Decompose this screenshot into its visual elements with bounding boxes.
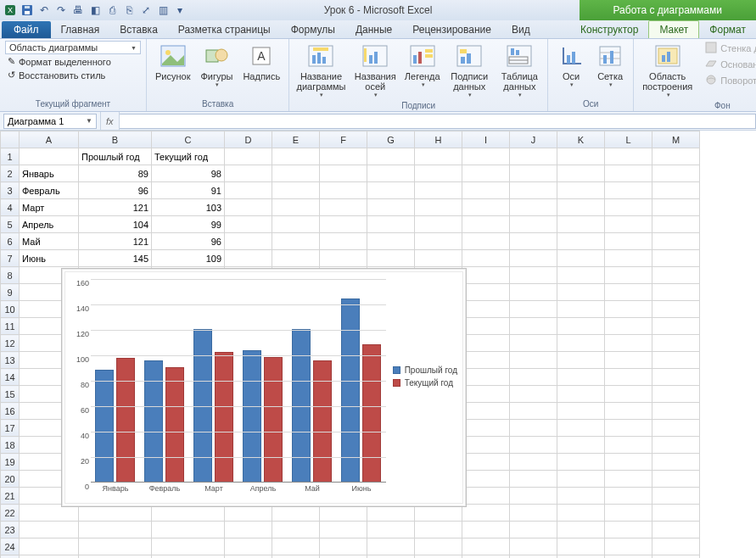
row-header[interactable]: 10 <box>1 301 20 318</box>
shapes-button[interactable]: Фигуры▾ <box>198 41 237 90</box>
cell[interactable] <box>462 165 510 182</box>
cell[interactable] <box>557 352 605 369</box>
cell[interactable] <box>225 182 272 199</box>
cell[interactable] <box>225 216 272 233</box>
cell[interactable] <box>652 267 700 284</box>
cell[interactable] <box>272 538 320 555</box>
cell[interactable]: 121 <box>79 233 152 250</box>
bar[interactable] <box>165 367 184 483</box>
cell[interactable] <box>462 318 510 335</box>
cell[interactable] <box>557 301 605 318</box>
cell[interactable] <box>272 165 320 182</box>
plot-area-button[interactable]: Область построения▾ <box>639 41 696 100</box>
cell[interactable] <box>510 250 557 267</box>
column-header[interactable]: L <box>605 131 652 148</box>
cell[interactable] <box>415 538 462 555</box>
cell[interactable] <box>510 318 557 335</box>
chart-title-button[interactable]: Название диаграммы▾ <box>294 41 347 100</box>
reset-style-button[interactable]: ↺ Восстановить стиль <box>5 69 141 81</box>
cell[interactable] <box>605 488 652 505</box>
cell[interactable] <box>320 538 367 555</box>
cell[interactable] <box>20 522 79 538</box>
cell[interactable] <box>510 505 557 522</box>
cell[interactable] <box>557 488 605 505</box>
cell[interactable] <box>652 352 700 369</box>
cell[interactable] <box>462 335 510 352</box>
cell[interactable] <box>225 148 272 165</box>
cell[interactable]: Апрель <box>20 216 79 233</box>
row-header[interactable]: 7 <box>1 250 20 267</box>
cell[interactable] <box>462 199 510 216</box>
gridlines-button[interactable]: Сетка▾ <box>592 41 628 90</box>
cell[interactable] <box>367 182 415 199</box>
cell[interactable] <box>605 199 652 216</box>
select-all-corner[interactable] <box>1 131 20 148</box>
cell[interactable] <box>557 522 605 538</box>
cell[interactable] <box>557 386 605 403</box>
cell[interactable] <box>510 335 557 352</box>
cell[interactable] <box>510 454 557 471</box>
cell[interactable] <box>415 216 462 233</box>
cell[interactable] <box>510 284 557 301</box>
cell[interactable] <box>557 148 605 165</box>
cell[interactable] <box>510 555 557 559</box>
cell[interactable] <box>462 522 510 538</box>
cell[interactable] <box>557 267 605 284</box>
cell[interactable] <box>557 420 605 437</box>
cell[interactable] <box>605 420 652 437</box>
row-header[interactable]: 16 <box>1 403 20 420</box>
cell[interactable] <box>20 555 79 559</box>
cell[interactable] <box>605 505 652 522</box>
tab-chart-format[interactable]: Формат <box>699 21 756 38</box>
dropdown-arrow-icon[interactable]: ▼ <box>86 117 92 125</box>
formula-input[interactable] <box>120 114 756 129</box>
row-header[interactable]: 2 <box>1 165 20 182</box>
row-header[interactable]: 9 <box>1 284 20 301</box>
row-header[interactable]: 3 <box>1 182 20 199</box>
cell[interactable] <box>510 488 557 505</box>
cell[interactable] <box>605 318 652 335</box>
column-header[interactable]: G <box>367 131 415 148</box>
cell[interactable] <box>462 216 510 233</box>
bar[interactable] <box>313 360 332 483</box>
bar[interactable] <box>243 350 261 483</box>
cell[interactable] <box>652 250 700 267</box>
cell[interactable] <box>225 165 272 182</box>
format-selection-button[interactable]: ✎ Формат выделенного <box>5 55 141 68</box>
cell[interactable] <box>367 250 415 267</box>
cell[interactable] <box>605 165 652 182</box>
cell[interactable] <box>557 471 605 488</box>
cell[interactable] <box>462 182 510 199</box>
cell[interactable]: Текущий год <box>152 148 225 165</box>
data-labels-button[interactable]: Подписи данных▾ <box>445 41 494 100</box>
cell[interactable] <box>320 233 367 250</box>
cell[interactable] <box>557 538 605 555</box>
cell[interactable] <box>462 454 510 471</box>
tab-insert[interactable]: Вставка <box>109 21 168 38</box>
tab-review[interactable]: Рецензирование <box>402 21 501 38</box>
row-header[interactable]: 23 <box>1 522 20 538</box>
qat-icon-4[interactable]: ⎘ <box>122 3 136 17</box>
column-header[interactable]: J <box>510 131 557 148</box>
textbox-button[interactable]: A Надпись <box>239 41 283 83</box>
cell[interactable] <box>510 301 557 318</box>
cell[interactable] <box>557 454 605 471</box>
row-header[interactable]: 21 <box>1 488 20 505</box>
cell[interactable] <box>557 199 605 216</box>
cell[interactable]: Прошлый год <box>79 148 152 165</box>
cell[interactable] <box>557 505 605 522</box>
cell[interactable] <box>462 369 510 386</box>
cell[interactable] <box>510 267 557 284</box>
cell[interactable]: 99 <box>152 216 225 233</box>
cell[interactable] <box>415 165 462 182</box>
cell[interactable] <box>225 199 272 216</box>
axes-button[interactable]: Оси▾ <box>553 41 589 90</box>
cell[interactable] <box>462 267 510 284</box>
qat-icon-1[interactable]: 🖶 <box>71 3 85 17</box>
cell[interactable] <box>652 233 700 250</box>
row-header[interactable]: 1 <box>1 148 20 165</box>
cell[interactable]: 91 <box>152 182 225 199</box>
column-header[interactable]: H <box>415 131 462 148</box>
column-header[interactable]: C <box>152 131 225 148</box>
cell[interactable] <box>652 301 700 318</box>
